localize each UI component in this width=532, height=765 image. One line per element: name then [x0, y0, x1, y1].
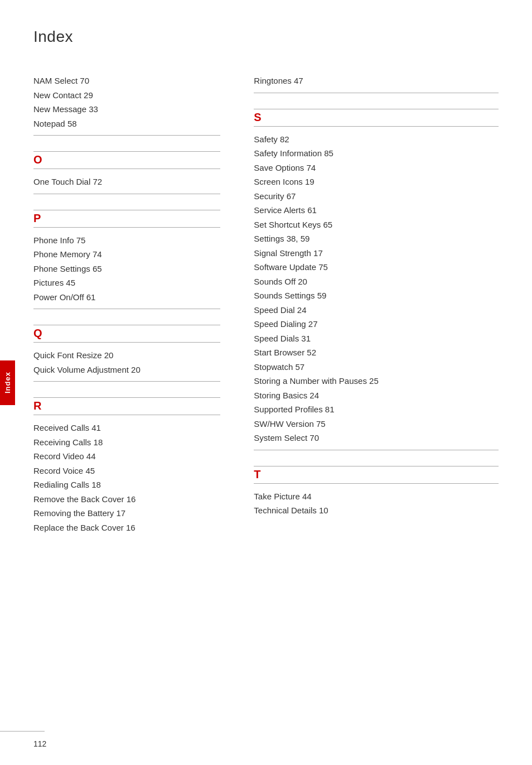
s-top-rule	[254, 109, 499, 109]
ringtones-items: Ringtones 47	[254, 74, 499, 88]
o-divider	[33, 194, 220, 194]
right-column: Ringtones 47 S Safety 82Safety Informati…	[243, 74, 499, 550]
list-item: Technical Details 10	[254, 503, 499, 518]
list-item: Receiving Calls 18	[33, 435, 220, 450]
list-item: Safety Information 85	[254, 146, 499, 161]
list-item: System Select 70	[254, 431, 499, 445]
p-items: Phone Info 75Phone Memory 74Phone Settin…	[33, 233, 220, 305]
list-item: Quick Volume Adjustment 20	[33, 363, 220, 377]
list-item: Speed Dial 24	[254, 303, 499, 317]
list-item: Storing Basics 24	[254, 388, 499, 403]
list-item: SW/HW Version 75	[254, 417, 499, 431]
n-section: NAM Select 70New Contact 29New Message 3…	[33, 74, 220, 136]
p-rule	[33, 227, 220, 228]
content-columns: NAM Select 70New Contact 29New Message 3…	[33, 74, 499, 550]
list-item: Settings 38, 59	[254, 232, 499, 246]
list-item: Safety 82	[254, 132, 499, 147]
list-item: Set Shortcut Keys 65	[254, 218, 499, 232]
list-item: Sounds Off 20	[254, 275, 499, 289]
q-top-rule	[33, 325, 220, 325]
s-heading: S	[254, 109, 499, 132]
o-section: O One Touch Dial 72	[33, 151, 220, 194]
list-item: NAM Select 70	[33, 74, 220, 88]
q-divider	[33, 381, 220, 382]
p-top-rule	[33, 210, 220, 210]
o-items: One Touch Dial 72	[33, 175, 220, 189]
list-item: Save Options 74	[254, 161, 499, 175]
list-item: New Contact 29	[33, 88, 220, 103]
page: Index Index NAM Select 70New Contact 29N…	[0, 0, 532, 765]
list-item: Redialing Calls 18	[33, 478, 220, 492]
s-items: Safety 82Safety Information 85Save Optio…	[254, 132, 499, 445]
list-item: Speed Dials 31	[254, 331, 499, 346]
list-item: Pictures 45	[33, 276, 220, 290]
list-item: Record Video 44	[33, 449, 220, 464]
s-section: S Safety 82Safety Information 85Save Opt…	[254, 109, 499, 450]
t-section: T Take Picture 44Technical Details 10	[254, 466, 499, 518]
r-items: Received Calls 41Receiving Calls 18Recor…	[33, 421, 220, 535]
p-divider	[33, 309, 220, 309]
t-rule	[254, 483, 499, 484]
n-items: NAM Select 70New Contact 29New Message 3…	[33, 74, 220, 131]
p-heading: P	[33, 210, 220, 233]
list-item: Storing a Number with Pauses 25	[254, 374, 499, 388]
t-top-rule	[254, 466, 499, 466]
list-item: Phone Info 75	[33, 233, 220, 248]
list-item: Security 67	[254, 189, 499, 204]
bottom-rule	[0, 731, 45, 732]
page-title: Index	[33, 28, 499, 46]
list-item: Stopwatch 57	[254, 360, 499, 374]
list-item: Notepad 58	[33, 117, 220, 131]
r-letter: R	[33, 400, 41, 411]
list-item: Sounds Settings 59	[254, 288, 499, 303]
t-items: Take Picture 44Technical Details 10	[254, 489, 499, 518]
list-item: Speed Dialing 27	[254, 317, 499, 331]
q-section: Q Quick Font Resize 20Quick Volume Adjus…	[33, 325, 220, 382]
page-number: 112	[33, 739, 46, 748]
o-top-rule	[33, 151, 220, 152]
list-item: Screen Icons 19	[254, 175, 499, 189]
list-item: Service Alerts 61	[254, 203, 499, 218]
list-item: Received Calls 41	[33, 421, 220, 435]
q-letter: Q	[33, 328, 42, 339]
list-item: Record Voice 45	[33, 464, 220, 478]
list-item: Removing the Battery 17	[33, 506, 220, 521]
left-column: NAM Select 70New Contact 29New Message 3…	[33, 74, 243, 550]
list-item: Phone Memory 74	[33, 247, 220, 262]
t-letter: T	[254, 469, 260, 480]
list-item: Remove the Back Cover 16	[33, 492, 220, 507]
list-item: Replace the Back Cover 16	[33, 521, 220, 535]
q-rule	[33, 342, 220, 343]
s-rule	[254, 126, 499, 127]
t-heading: T	[254, 466, 499, 489]
o-heading: O	[33, 151, 220, 175]
list-item: Take Picture 44	[254, 489, 499, 504]
r-heading: R	[33, 397, 220, 421]
s-letter: S	[254, 112, 261, 123]
list-item: Phone Settings 65	[33, 262, 220, 276]
r-rule	[33, 415, 220, 415]
ringtones-divider	[254, 93, 499, 93]
list-item: Ringtones 47	[254, 74, 499, 88]
sidebar-tab: Index	[0, 360, 15, 405]
q-items: Quick Font Resize 20Quick Volume Adjustm…	[33, 348, 220, 377]
list-item: Quick Font Resize 20	[33, 348, 220, 363]
o-rule	[33, 169, 220, 169]
n-divider	[33, 135, 220, 136]
list-item: New Message 33	[33, 102, 220, 117]
r-section: R Received Calls 41Receiving Calls 18Rec…	[33, 397, 220, 535]
r-top-rule	[33, 397, 220, 398]
list-item: Signal Strength 17	[254, 246, 499, 261]
ringtones-section: Ringtones 47	[254, 74, 499, 93]
q-heading: Q	[33, 325, 220, 348]
list-item: Power On/Off 61	[33, 290, 220, 305]
p-letter: P	[33, 213, 41, 224]
list-item: One Touch Dial 72	[33, 175, 220, 189]
s-divider	[254, 450, 499, 450]
list-item: Start Browser 52	[254, 345, 499, 360]
list-item: Supported Profiles 81	[254, 402, 499, 417]
o-letter: O	[33, 154, 42, 165]
list-item: Software Update 75	[254, 260, 499, 275]
p-section: P Phone Info 75Phone Memory 74Phone Sett…	[33, 210, 220, 310]
